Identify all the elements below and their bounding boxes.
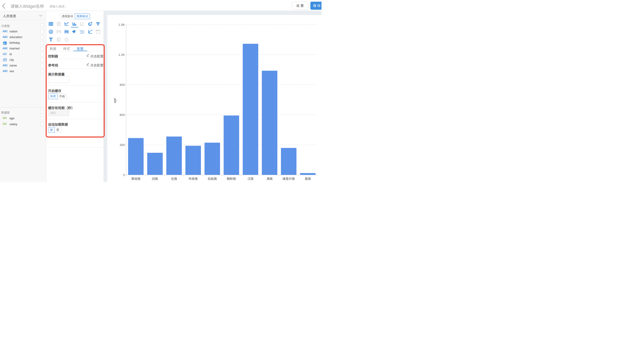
svg-text:壮族: 壮族 bbox=[171, 177, 177, 180]
svg-text:回族: 回族 bbox=[152, 177, 158, 180]
svg-text:300: 300 bbox=[120, 143, 125, 147]
svg-text:拉枯族: 拉枯族 bbox=[208, 177, 217, 180]
svg-text:其他族: 其他族 bbox=[131, 177, 140, 180]
svg-text:满族: 满族 bbox=[266, 177, 273, 180]
svg-text:布依族: 布依族 bbox=[188, 177, 198, 180]
svg-text:汉族: 汉族 bbox=[248, 177, 254, 180]
svg-text:600: 600 bbox=[120, 113, 125, 117]
svg-text:1.2K: 1.2K bbox=[118, 53, 125, 56]
svg-text:维吾尔族: 维吾尔族 bbox=[282, 177, 295, 180]
svg-text:苗族: 苗族 bbox=[305, 177, 311, 180]
svg-text:900: 900 bbox=[120, 83, 125, 86]
svg-text:1.5K: 1.5K bbox=[118, 23, 125, 26]
svg-text:age: age bbox=[113, 98, 116, 103]
svg-text:0: 0 bbox=[123, 173, 125, 177]
svg-text:agile Bi: agile Bi bbox=[80, 32, 84, 34]
svg-text:朝鲜族: 朝鲜族 bbox=[227, 177, 236, 180]
